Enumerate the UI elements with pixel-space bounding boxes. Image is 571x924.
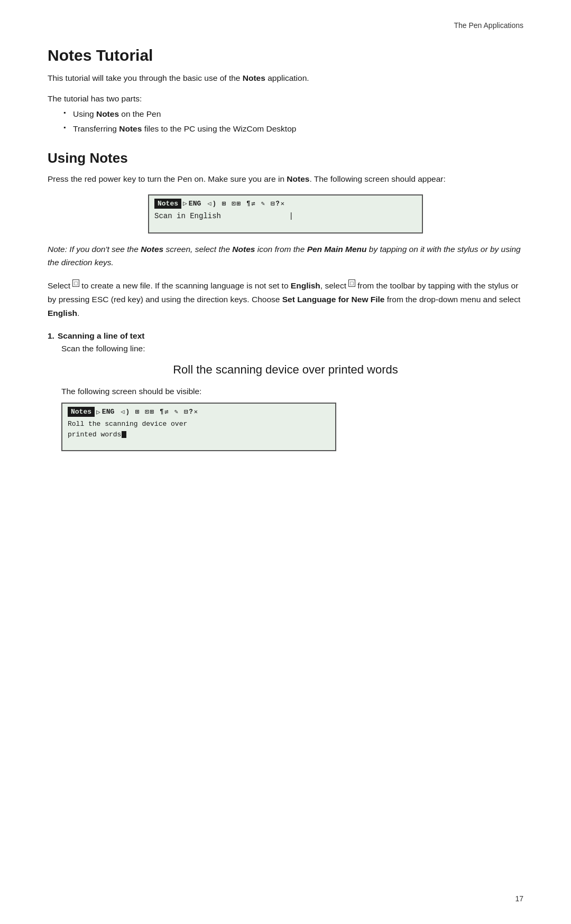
screen1-toolbar: Notes ▷ ENG ◁) ⊞ ⊡⊞ ¶⇌ ✎ ⊟?✕ — [154, 199, 417, 209]
language-icon: □ — [348, 279, 355, 287]
new-file-icon: □ — [72, 279, 79, 287]
intro-text-end: application. — [265, 73, 309, 82]
screen2-arrow: ▷ — [96, 408, 100, 416]
intro-bold: Notes — [243, 73, 265, 82]
screen1-cursor: | — [289, 212, 293, 220]
screen2-notes-label: Notes — [68, 407, 95, 417]
using-notes-intro: Press the red power key to turn the Pen … — [48, 173, 523, 186]
note-italic-paragraph: Note: If you don't see the Notes screen,… — [48, 243, 523, 269]
intro-text-pre: This tutorial will take you through the … — [48, 73, 243, 82]
screen1-arrow: ▷ — [183, 199, 187, 208]
body-paragraph: Select □ to create a new file. If the sc… — [48, 278, 523, 320]
screen2-line2: printed words — [68, 430, 330, 440]
screen2-toolbar-icons: ◁) ⊞ ⊡⊞ ¶⇌ ✎ ⊟?✕ — [116, 408, 199, 416]
intro-paragraph: This tutorial will take you through the … — [48, 72, 523, 85]
bullet-item-2: Transferring Notes files to the PC using… — [63, 123, 523, 135]
scanning-section: 1.Scanning a line of text Scan the follo… — [48, 331, 523, 451]
scanning-title: 1.Scanning a line of text — [48, 331, 523, 341]
screen2-toolbar: Notes ▷ ENG ◁) ⊞ ⊡⊞ ¶⇌ ✎ ⊟?✕ — [68, 407, 330, 417]
screen1-line1: Scan in English — [154, 212, 221, 220]
using-notes-title: Using Notes — [48, 150, 523, 166]
scan-line-label: Scan the following line: — [61, 344, 523, 353]
screen1-toolbar-icons: ◁) ⊞ ⊡⊞ ¶⇌ ✎ ⊟?✕ — [202, 200, 286, 208]
scan-example-text: Roll the scanning device over printed wo… — [48, 362, 523, 378]
notes-tutorial-title: Notes Tutorial — [48, 46, 523, 64]
screen-mockup-2: Notes ▷ ENG ◁) ⊞ ⊡⊞ ¶⇌ ✎ ⊟?✕ Roll the sc… — [61, 403, 336, 451]
screen1-notes-label: Notes — [154, 199, 181, 209]
page-header: The Pen Applications — [48, 21, 523, 30]
bullet-item-1: Using Notes on the Pen — [63, 108, 523, 120]
screen-mockup-1: Notes ▷ ENG ◁) ⊞ ⊡⊞ ¶⇌ ✎ ⊟?✕ Scan in Eng… — [148, 194, 423, 234]
screen2-line1: Roll the scanning device over — [68, 419, 330, 430]
visible-screen-label: The following screen should be visible: — [61, 387, 523, 396]
screen1-content: Scan in English | — [154, 211, 417, 222]
tutorial-parts-list: Using Notes on the Pen Transferring Note… — [63, 108, 523, 135]
screen2-cursor-block — [122, 431, 126, 438]
parts-label: The tutorial has two parts: — [48, 94, 523, 104]
screen2-eng: ENG — [102, 408, 114, 416]
screen2-content: Roll the scanning device over printed wo… — [68, 419, 330, 440]
screen1-eng: ENG — [189, 200, 201, 208]
page-number: 17 — [515, 894, 523, 903]
